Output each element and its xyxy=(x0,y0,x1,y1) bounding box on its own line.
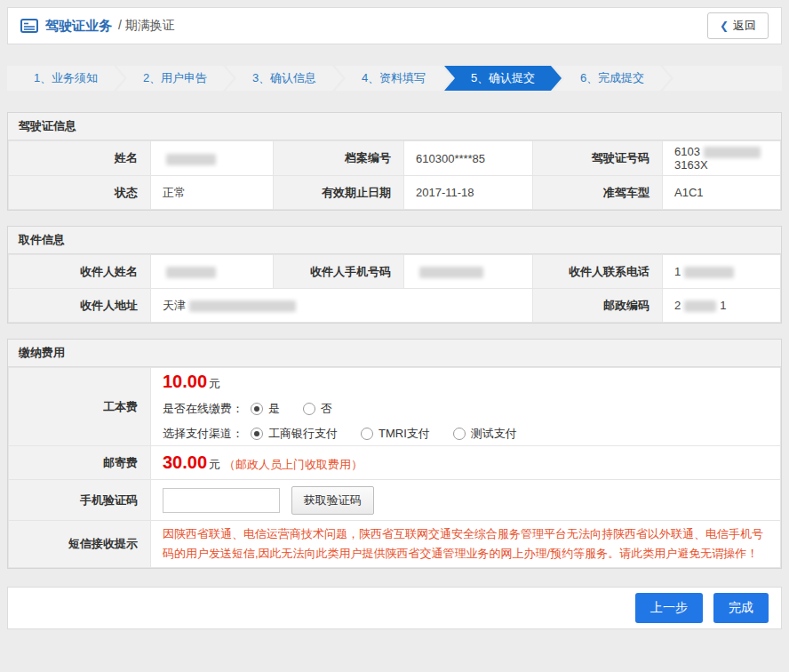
file-no-value: 610300****85 xyxy=(404,141,533,176)
postage-fee-number: 30.00 xyxy=(163,452,207,472)
step-5-confirm-submit[interactable]: 5、确认提交 xyxy=(444,66,562,91)
status-value: 正常 xyxy=(151,176,274,210)
yuan-unit: 元 xyxy=(209,377,220,390)
radio-icon xyxy=(453,428,466,440)
yuan-unit: 元 xyxy=(209,458,220,471)
production-fee-cell: 10.00元 是否在线缴费： 是 否 选择支付渠道： 工商银行支付 TMRI支付… xyxy=(151,368,781,446)
sms-tip-text: 因陕西省联通、电信运营商技术问题，陕西省互联网交通安全综合服务管理平台无法向持陕… xyxy=(163,524,773,564)
address-prefix: 天津 xyxy=(163,299,186,312)
vehicle-type-value: A1C1 xyxy=(663,176,781,210)
postage-note: （邮政人员上门收取费用） xyxy=(224,458,363,471)
table-row: 短信接收提示 因陕西省联通、电信运营商技术问题，陕西省互联网交通安全综合服务管理… xyxy=(9,521,781,568)
license-no-prefix: 6103 xyxy=(674,145,700,158)
page-title: 驾驶证业务 xyxy=(45,18,112,35)
step-label: 2、用户申告 xyxy=(143,70,207,86)
phone-prefix: 1 xyxy=(674,265,681,278)
section-license-info: 驾驶证信息 姓名 档案编号 610300****85 驾驶证号码 6103316… xyxy=(7,112,782,211)
step-label: 1、业务须知 xyxy=(34,70,98,86)
table-row: 状态 正常 有效期止日期 2017-11-18 准驾车型 A1C1 xyxy=(9,176,781,210)
status-label: 状态 xyxy=(9,176,151,210)
radio-channel-icbc[interactable]: 工商银行支付 xyxy=(251,426,338,442)
name-label: 姓名 xyxy=(9,141,151,176)
radio-icon xyxy=(251,403,263,415)
table-row: 收件人姓名 收件人手机号码 收件人联系电话 1 xyxy=(9,255,781,289)
redacted-license-no xyxy=(704,147,761,158)
table-row: 邮寄费 30.00元（邮政人员上门收取费用） xyxy=(9,446,781,480)
step-label: 5、确认提交 xyxy=(471,70,535,86)
production-fee-number: 10.00 xyxy=(163,372,207,391)
step-4-fill-info[interactable]: 4、资料填写 xyxy=(335,66,452,91)
finish-button[interactable]: 完成 xyxy=(713,593,769,623)
radio-label: 测试支付 xyxy=(471,426,517,442)
sms-code-input[interactable] xyxy=(163,488,280,513)
radio-pay-online-no[interactable]: 否 xyxy=(303,401,332,417)
pickup-info-table: 收件人姓名 收件人手机号码 收件人联系电话 1 收件人地址 天津 邮政编码 21 xyxy=(8,254,781,323)
postage-fee-label: 邮寄费 xyxy=(9,446,151,480)
recipient-phone-label: 收件人联系电话 xyxy=(533,255,663,289)
step-bar-filler xyxy=(663,66,782,91)
license-no-label: 驾驶证号码 xyxy=(533,141,663,176)
sms-tip-cell: 因陕西省联通、电信运营商技术问题，陕西省互联网交通安全综合服务管理平台无法向持陕… xyxy=(151,521,781,568)
file-no-label: 档案编号 xyxy=(274,141,404,176)
table-row: 收件人地址 天津 邮政编码 21 xyxy=(9,289,781,323)
step-1-business-notice[interactable]: 1、业务须知 xyxy=(7,66,124,91)
page-header: 驾驶证业务 / 期满换证 ❮返回 xyxy=(7,7,782,44)
radio-pay-online-yes[interactable]: 是 xyxy=(251,401,280,417)
back-button[interactable]: ❮返回 xyxy=(707,12,769,39)
sms-code-label: 手机验证码 xyxy=(9,480,151,521)
redacted-phone xyxy=(684,267,734,278)
recipient-name-label: 收件人姓名 xyxy=(9,255,151,289)
address-label: 收件人地址 xyxy=(9,289,151,323)
back-label: 返回 xyxy=(733,19,756,32)
production-fee-label: 工本费 xyxy=(9,368,151,446)
back-chevron-icon: ❮ xyxy=(720,20,729,32)
radio-channel-test[interactable]: 测试支付 xyxy=(453,426,517,442)
radio-icon xyxy=(303,403,315,415)
vehicle-type-label: 准驾车型 xyxy=(533,176,663,210)
sms-code-cell: 获取验证码 xyxy=(151,480,781,521)
section-fees: 缴纳费用 工本费 10.00元 是否在线缴费： 是 否 选择支付渠道： 工 xyxy=(7,339,782,569)
online-pay-question: 是否在线缴费： xyxy=(163,401,243,417)
redacted-recipient-name xyxy=(166,267,216,278)
license-info-table: 姓名 档案编号 610300****85 驾驶证号码 61033163X 状态 … xyxy=(8,140,781,210)
radio-channel-tmri[interactable]: TMRI支付 xyxy=(361,426,430,442)
recipient-mobile-value xyxy=(404,255,533,289)
pay-channel-row: 选择支付渠道： 工商银行支付 TMRI支付 测试支付 xyxy=(163,426,773,442)
license-business-icon xyxy=(20,19,38,33)
breadcrumb: 驾驶证业务 / 期满换证 xyxy=(20,18,175,35)
previous-step-button[interactable]: 上一步 xyxy=(635,593,703,623)
postal-code-label: 邮政编码 xyxy=(533,289,663,323)
table-row: 工本费 10.00元 是否在线缴费： 是 否 选择支付渠道： 工商银行支付 TM… xyxy=(9,368,781,446)
recipient-mobile-label: 收件人手机号码 xyxy=(274,255,404,289)
step-6-complete-submit[interactable]: 6、完成提交 xyxy=(554,66,671,91)
section-pickup-info: 取件信息 收件人姓名 收件人手机号码 收件人联系电话 1 收件人地址 天津 邮政… xyxy=(7,226,782,324)
section-title-pickup: 取件信息 xyxy=(8,227,781,254)
sms-tip-label: 短信接收提示 xyxy=(9,521,151,568)
page-subtitle: / 期满换证 xyxy=(118,18,175,34)
production-fee-amount: 10.00元 xyxy=(163,372,773,392)
radio-icon xyxy=(251,428,263,440)
postal-prefix: 2 xyxy=(674,299,681,312)
fees-table: 工本费 10.00元 是否在线缴费： 是 否 选择支付渠道： 工商银行支付 TM… xyxy=(8,367,781,568)
radio-icon xyxy=(361,428,373,440)
step-2-user-declaration[interactable]: 2、用户申告 xyxy=(116,66,234,91)
online-pay-question-row: 是否在线缴费： 是 否 xyxy=(163,401,773,417)
radio-label: 否 xyxy=(321,401,332,417)
redacted-mobile xyxy=(419,267,483,278)
recipient-name-value xyxy=(151,255,274,289)
section-title-fees: 缴纳费用 xyxy=(8,340,781,367)
expiry-value: 2017-11-18 xyxy=(404,176,533,210)
redacted-postal xyxy=(684,300,716,312)
license-no-suffix: 3163X xyxy=(674,158,708,172)
radio-label: 工商银行支付 xyxy=(268,426,338,442)
redacted-name xyxy=(166,154,216,165)
pay-channel-question: 选择支付渠道： xyxy=(163,426,243,442)
step-label: 3、确认信息 xyxy=(252,70,316,86)
radio-label: TMRI支付 xyxy=(379,426,430,442)
footer-action-bar: 上一步 完成 xyxy=(7,587,782,629)
get-code-button[interactable]: 获取验证码 xyxy=(291,486,374,515)
step-3-confirm-info[interactable]: 3、确认信息 xyxy=(226,66,343,91)
radio-label: 是 xyxy=(268,401,280,417)
table-row: 姓名 档案编号 610300****85 驾驶证号码 61033163X xyxy=(9,141,781,176)
postage-fee-cell: 30.00元（邮政人员上门收取费用） xyxy=(151,446,781,480)
